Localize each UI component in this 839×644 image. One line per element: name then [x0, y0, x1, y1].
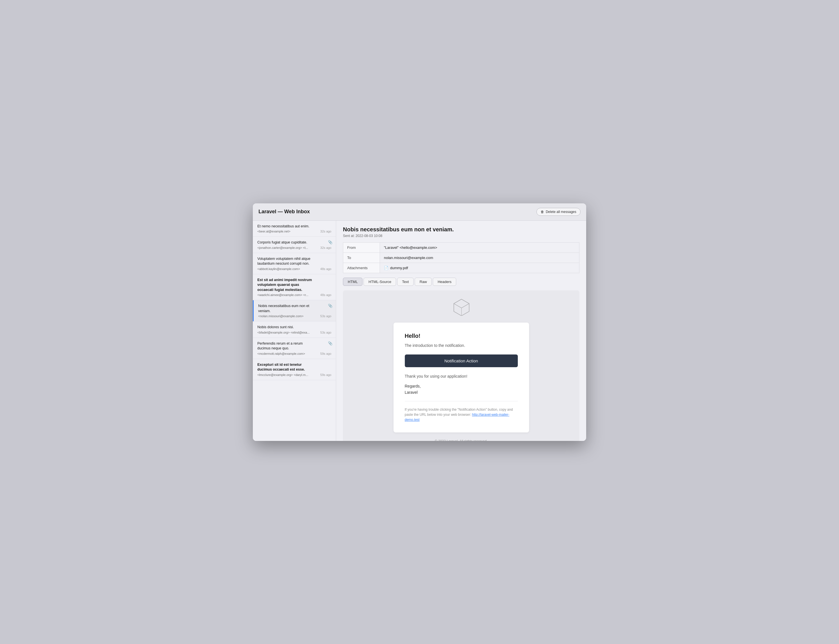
email-header: Nobis necessitatibus eum non et veniam. …: [336, 220, 586, 273]
email-thanks: Thank you for using our application!: [405, 374, 518, 378]
item-from: <bfadel@example.org> <elind@exa...: [257, 331, 310, 334]
file-icon: 📄: [384, 266, 388, 270]
email-sent-at: Sent at: 2022-08-03 10:08: [343, 234, 580, 238]
item-subject: Et nemo necessitatibus aut enim.: [257, 224, 332, 229]
item-from: <beer.al@example.net>: [257, 230, 291, 233]
delete-all-button[interactable]: 🗑 Delete all messages: [537, 208, 581, 216]
email-footer-text: If you're having trouble clicking the "N…: [405, 407, 518, 422]
attachments-value: 📄 dummy.pdf: [380, 263, 580, 273]
item-subject: Voluptatem voluptatem nihil atque laudan…: [257, 256, 332, 266]
email-card: Hello! The introduction to the notificat…: [394, 322, 529, 433]
app-window: Laravel — Web Inbox 🗑 Delete all message…: [253, 204, 586, 441]
to-label: To: [343, 253, 380, 263]
item-time: 32s ago: [320, 230, 332, 233]
list-item[interactable]: Corporis fugiat atque cupiditate.<jonath…: [253, 237, 336, 253]
tab-html-source[interactable]: HTML-Source: [364, 278, 396, 286]
item-subject: Nobis necessitatibus eum non et veniam.: [258, 304, 332, 314]
item-subject: Perferendis rerum et a rerum ducimus neq…: [257, 341, 332, 351]
attachment-icon: 📎: [328, 341, 332, 345]
item-time: 48s ago: [320, 293, 332, 297]
item-time: 53s ago: [320, 314, 332, 318]
item-time: 59s ago: [320, 373, 332, 376]
to-value: nolan.missouri@example.com: [380, 253, 580, 263]
email-meta-table: From "Laravel" <hello@example.com> To no…: [343, 242, 580, 273]
email-regards: Regards, Laravel: [405, 383, 518, 396]
tab-html[interactable]: HTML: [343, 278, 363, 286]
from-label: From: [343, 242, 380, 253]
attachment-icon: 📎: [328, 304, 332, 308]
laravel-logo: [349, 299, 574, 316]
list-item[interactable]: Est sit ad animi impedit nostrum volupta…: [253, 274, 336, 301]
from-value: "Laravel" <hello@example.com>: [380, 242, 580, 253]
attachments-label: Attachments: [343, 263, 380, 273]
item-from: <lmcclure@example.org> <daryl.m...: [257, 373, 308, 376]
list-item[interactable]: Perferendis rerum et a rerum ducimus neq…: [253, 338, 336, 359]
list-item[interactable]: Nobis necessitatibus eum non et veniam.<…: [253, 300, 336, 322]
main-layout: Et nemo necessitatibus aut enim.<beer.al…: [253, 220, 586, 441]
item-time: 48s ago: [320, 267, 332, 271]
list-item[interactable]: Voluptatem voluptatem nihil atque laudan…: [253, 253, 336, 274]
tab-raw[interactable]: Raw: [415, 278, 432, 286]
item-from: <mcdermott.ralph@example.com>: [257, 352, 305, 355]
item-subject: Nobis dolores sunt nisi.: [257, 325, 332, 330]
list-item[interactable]: Nobis dolores sunt nisi.<bfadel@example.…: [253, 322, 336, 338]
content-area: Nobis necessitatibus eum non et veniam. …: [336, 220, 586, 441]
titlebar: Laravel — Web Inbox 🗑 Delete all message…: [253, 204, 586, 220]
attachments-row: Attachments 📄 dummy.pdf: [343, 263, 580, 273]
item-from: <jonathon.carter@example.org> <t...: [257, 246, 308, 250]
email-subject: Nobis necessitatibus eum non et veniam.: [343, 226, 580, 233]
notification-action-button[interactable]: Notification Action: [405, 355, 518, 367]
tabs-row: HTMLHTML-SourceTextRawHeaders: [336, 278, 586, 290]
app-title: Laravel — Web Inbox: [258, 209, 310, 215]
email-hello: Hello!: [405, 333, 518, 339]
list-item[interactable]: Et nemo necessitatibus aut enim.<beer.al…: [253, 220, 336, 237]
sidebar: Et nemo necessitatibus aut enim.<beer.al…: [253, 220, 336, 441]
trash-icon: 🗑: [541, 210, 544, 214]
item-subject: Corporis fugiat atque cupiditate.: [257, 240, 332, 245]
item-from: <abbott.kaylin@example.com>: [257, 267, 300, 271]
tab-text[interactable]: Text: [397, 278, 414, 286]
attachment-icon: 📎: [328, 240, 332, 244]
email-copyright: © 2022 Laravel. All rights reserved.: [349, 439, 574, 440]
item-time: 59s ago: [320, 352, 332, 355]
tab-headers[interactable]: Headers: [433, 278, 456, 286]
to-row: To nolan.missouri@example.com: [343, 253, 580, 263]
item-time: 32s ago: [320, 246, 332, 250]
item-subject: Excepturi sit id est tenetur ducimus occ…: [257, 362, 332, 372]
list-item[interactable]: Excepturi sit id est tenetur ducimus occ…: [253, 359, 336, 380]
item-time: 53s ago: [320, 331, 332, 334]
from-row: From "Laravel" <hello@example.com>: [343, 242, 580, 253]
email-intro: The introduction to the notification.: [405, 343, 518, 348]
item-from: <nolan.missouri@example.com>: [258, 314, 304, 318]
email-body-area: Hello! The introduction to the notificat…: [343, 290, 580, 441]
item-subject: Est sit ad animi impedit nostrum volupta…: [257, 278, 332, 292]
item-from: <waelchi.aimee@example.com> <r...: [257, 293, 309, 297]
email-divider: [405, 401, 518, 401]
